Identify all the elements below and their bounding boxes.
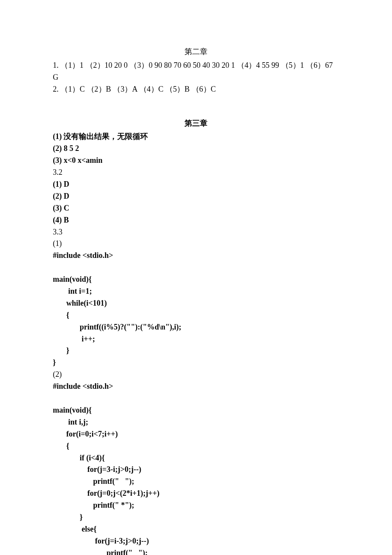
code-block-2: #include <stdio.h> main(void){ int i,j; … — [53, 381, 339, 555]
ch3-line-1: (1) 没有输出结果，无限循环 — [53, 131, 339, 143]
ch3-line-5: (1) D — [53, 179, 339, 191]
code-block-1: #include <stdio.h> main(void){ int i=1; … — [53, 250, 339, 369]
chapter3-title: 第三章 — [53, 118, 339, 130]
chapter2-title: 第二章 — [53, 46, 339, 58]
ch3-line-6: (2) D — [53, 191, 339, 202]
section-gap — [53, 95, 339, 118]
document-page: 第二章 1. （1）1 （2）10 20 0 （3）0 90 80 70 60 … — [0, 0, 392, 555]
ch3-line-7: (3) C — [53, 202, 339, 214]
chapter2-q2: 2. （1）C （2）B （3）A （4）C （5）B （6）C — [53, 84, 339, 95]
ch3-line-4: 3.2 — [53, 167, 339, 179]
ch3-line-3: (3) x<0 x<amin — [53, 155, 339, 167]
chapter2-q1: 1. （1）1 （2）10 20 0 （3）0 90 80 70 60 50 4… — [53, 60, 339, 84]
ch3-line-11: (2) — [53, 369, 339, 381]
ch3-line-8: (4) B — [53, 214, 339, 226]
ch3-line-10: (1) — [53, 238, 339, 250]
ch3-line-9: 3.3 — [53, 226, 339, 238]
ch3-line-2: (2) 8 5 2 — [53, 143, 339, 155]
